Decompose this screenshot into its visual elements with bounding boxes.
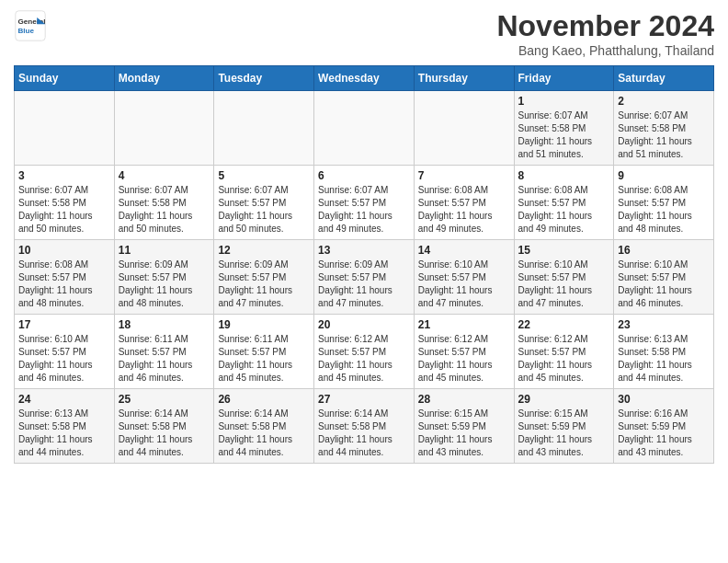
calendar-cell: 26Sunrise: 6:14 AMSunset: 5:58 PMDayligh… (214, 389, 314, 464)
day-info: Sunrise: 6:12 AMSunset: 5:57 PMDaylight:… (418, 333, 510, 385)
page-header: General Blue November 2024 Bang Kaeo, Ph… (14, 9, 714, 58)
day-number: 2 (618, 95, 710, 108)
day-info: Sunrise: 6:07 AMSunset: 5:58 PMDaylight:… (618, 109, 710, 161)
calendar-cell: 17Sunrise: 6:10 AMSunset: 5:57 PMDayligh… (15, 315, 115, 389)
day-number: 12 (218, 244, 310, 257)
calendar-week-row: 1Sunrise: 6:07 AMSunset: 5:58 PMDaylight… (15, 91, 714, 166)
day-number: 4 (119, 169, 210, 182)
day-info: Sunrise: 6:09 AMSunset: 5:57 PMDaylight:… (218, 259, 310, 310)
day-info: Sunrise: 6:08 AMSunset: 5:57 PMDaylight:… (518, 184, 610, 236)
day-info: Sunrise: 6:07 AMSunset: 5:57 PMDaylight:… (318, 184, 410, 236)
day-info: Sunrise: 6:13 AMSunset: 5:58 PMDaylight:… (18, 408, 110, 459)
calendar-cell (214, 91, 314, 166)
day-info: Sunrise: 6:09 AMSunset: 5:57 PMDaylight:… (318, 259, 410, 310)
calendar-cell: 5Sunrise: 6:07 AMSunset: 5:57 PMDaylight… (214, 166, 314, 240)
day-info: Sunrise: 6:08 AMSunset: 5:57 PMDaylight:… (618, 184, 710, 236)
day-number: 21 (418, 318, 510, 331)
day-number: 29 (518, 393, 610, 406)
day-number: 30 (618, 393, 710, 406)
calendar-table: SundayMondayTuesdayWednesdayThursdayFrid… (14, 65, 714, 464)
day-info: Sunrise: 6:07 AMSunset: 5:58 PMDaylight:… (119, 184, 210, 236)
weekday-header: Sunday (15, 66, 115, 91)
day-number: 6 (318, 169, 410, 182)
day-info: Sunrise: 6:14 AMSunset: 5:58 PMDaylight:… (119, 408, 210, 459)
calendar-cell (15, 91, 115, 166)
location: Bang Kaeo, Phatthalung, Thailand (496, 43, 714, 58)
day-number: 26 (218, 393, 310, 406)
svg-text:Blue: Blue (18, 27, 35, 35)
calendar-cell: 16Sunrise: 6:10 AMSunset: 5:57 PMDayligh… (614, 240, 714, 315)
day-number: 22 (518, 318, 610, 331)
day-number: 16 (618, 244, 710, 257)
day-number: 7 (418, 169, 510, 182)
weekday-header: Tuesday (214, 66, 314, 91)
day-info: Sunrise: 6:15 AMSunset: 5:59 PMDaylight:… (418, 408, 510, 459)
day-info: Sunrise: 6:14 AMSunset: 5:58 PMDaylight:… (318, 408, 410, 459)
calendar-cell: 22Sunrise: 6:12 AMSunset: 5:57 PMDayligh… (514, 315, 614, 389)
calendar-cell (114, 91, 214, 166)
logo: General Blue (14, 9, 47, 42)
weekday-header: Thursday (414, 66, 514, 91)
calendar-week-row: 24Sunrise: 6:13 AMSunset: 5:58 PMDayligh… (15, 389, 714, 464)
calendar-cell: 15Sunrise: 6:10 AMSunset: 5:57 PMDayligh… (514, 240, 614, 315)
month-title: November 2024 (496, 9, 714, 43)
day-number: 5 (218, 169, 310, 182)
calendar-cell: 9Sunrise: 6:08 AMSunset: 5:57 PMDaylight… (614, 166, 714, 240)
day-number: 18 (119, 318, 210, 331)
day-number: 19 (218, 318, 310, 331)
day-number: 28 (418, 393, 510, 406)
day-info: Sunrise: 6:07 AMSunset: 5:57 PMDaylight:… (218, 184, 310, 236)
logo-icon: General Blue (14, 9, 47, 42)
day-info: Sunrise: 6:12 AMSunset: 5:57 PMDaylight:… (318, 333, 410, 385)
calendar-week-row: 10Sunrise: 6:08 AMSunset: 5:57 PMDayligh… (15, 240, 714, 315)
calendar-week-row: 3Sunrise: 6:07 AMSunset: 5:58 PMDaylight… (15, 166, 714, 240)
calendar-cell: 6Sunrise: 6:07 AMSunset: 5:57 PMDaylight… (314, 166, 415, 240)
calendar-cell (314, 91, 415, 166)
weekday-header: Saturday (614, 66, 714, 91)
day-number: 17 (18, 318, 110, 331)
calendar-cell: 1Sunrise: 6:07 AMSunset: 5:58 PMDaylight… (514, 91, 614, 166)
calendar-cell: 27Sunrise: 6:14 AMSunset: 5:58 PMDayligh… (314, 389, 415, 464)
calendar-cell: 28Sunrise: 6:15 AMSunset: 5:59 PMDayligh… (414, 389, 514, 464)
calendar-cell: 13Sunrise: 6:09 AMSunset: 5:57 PMDayligh… (314, 240, 415, 315)
day-info: Sunrise: 6:10 AMSunset: 5:57 PMDaylight:… (518, 259, 610, 310)
day-number: 9 (618, 169, 710, 182)
day-number: 27 (318, 393, 410, 406)
calendar-cell: 11Sunrise: 6:09 AMSunset: 5:57 PMDayligh… (114, 240, 214, 315)
day-number: 14 (418, 244, 510, 257)
day-number: 13 (318, 244, 410, 257)
calendar-cell: 23Sunrise: 6:13 AMSunset: 5:58 PMDayligh… (614, 315, 714, 389)
calendar-week-row: 17Sunrise: 6:10 AMSunset: 5:57 PMDayligh… (15, 315, 714, 389)
day-info: Sunrise: 6:07 AMSunset: 5:58 PMDaylight:… (18, 184, 110, 236)
day-number: 24 (18, 393, 110, 406)
calendar-cell: 10Sunrise: 6:08 AMSunset: 5:57 PMDayligh… (15, 240, 115, 315)
calendar-cell: 18Sunrise: 6:11 AMSunset: 5:57 PMDayligh… (114, 315, 214, 389)
calendar-cell: 12Sunrise: 6:09 AMSunset: 5:57 PMDayligh… (214, 240, 314, 315)
day-number: 23 (618, 318, 710, 331)
day-info: Sunrise: 6:10 AMSunset: 5:57 PMDaylight:… (18, 333, 110, 385)
day-info: Sunrise: 6:09 AMSunset: 5:57 PMDaylight:… (119, 259, 210, 310)
day-number: 10 (18, 244, 110, 257)
day-info: Sunrise: 6:16 AMSunset: 5:59 PMDaylight:… (618, 408, 710, 459)
day-number: 8 (518, 169, 610, 182)
calendar-cell: 30Sunrise: 6:16 AMSunset: 5:59 PMDayligh… (614, 389, 714, 464)
calendar-cell (414, 91, 514, 166)
calendar-cell: 21Sunrise: 6:12 AMSunset: 5:57 PMDayligh… (414, 315, 514, 389)
day-number: 25 (119, 393, 210, 406)
day-info: Sunrise: 6:11 AMSunset: 5:57 PMDaylight:… (218, 333, 310, 385)
calendar-cell: 24Sunrise: 6:13 AMSunset: 5:58 PMDayligh… (15, 389, 115, 464)
day-info: Sunrise: 6:15 AMSunset: 5:59 PMDaylight:… (518, 408, 610, 459)
calendar-cell: 19Sunrise: 6:11 AMSunset: 5:57 PMDayligh… (214, 315, 314, 389)
day-number: 1 (518, 95, 610, 108)
calendar-cell: 3Sunrise: 6:07 AMSunset: 5:58 PMDaylight… (15, 166, 115, 240)
calendar-cell: 7Sunrise: 6:08 AMSunset: 5:57 PMDaylight… (414, 166, 514, 240)
weekday-header: Friday (514, 66, 614, 91)
day-number: 20 (318, 318, 410, 331)
calendar-cell: 4Sunrise: 6:07 AMSunset: 5:58 PMDaylight… (114, 166, 214, 240)
day-info: Sunrise: 6:07 AMSunset: 5:58 PMDaylight:… (518, 109, 610, 161)
calendar-cell: 20Sunrise: 6:12 AMSunset: 5:57 PMDayligh… (314, 315, 415, 389)
weekday-header: Wednesday (314, 66, 415, 91)
title-block: November 2024 Bang Kaeo, Phatthalung, Th… (496, 9, 714, 58)
day-info: Sunrise: 6:13 AMSunset: 5:58 PMDaylight:… (618, 333, 710, 385)
calendar-header-row: SundayMondayTuesdayWednesdayThursdayFrid… (15, 66, 714, 91)
